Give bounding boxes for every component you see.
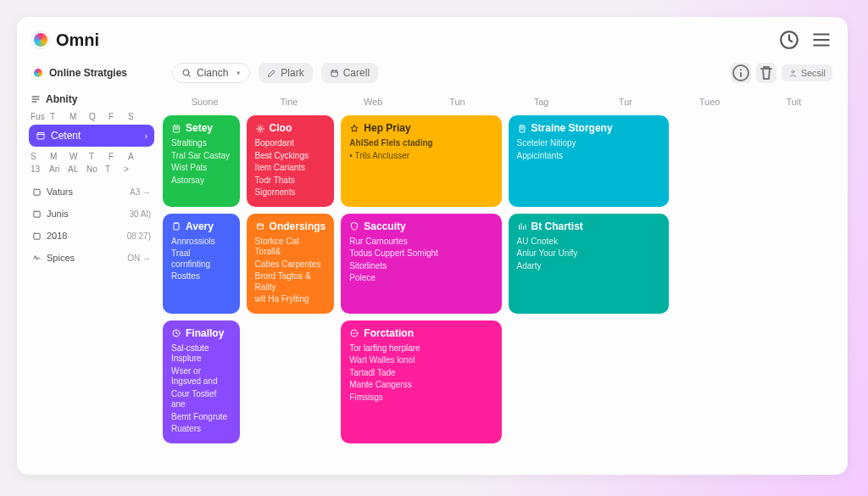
event-title: Ondersings (270, 220, 326, 233)
search-input[interactable]: Cianch ▾ (172, 63, 250, 83)
event-line: Anlur Your Unify (517, 248, 660, 259)
sidebar-item[interactable]: Junis 30 Al) (29, 203, 154, 225)
trash-icon[interactable] (756, 63, 776, 83)
event-sub: Bopordant (255, 138, 326, 149)
topbar-actions (778, 29, 832, 51)
event-line: Appicintants (517, 151, 660, 162)
event-card[interactable]: Forctation Tor larfing herplare Wart Wal… (341, 320, 501, 443)
event-line: Annrossiols (171, 237, 231, 248)
event-card[interactable]: Avery Annrossiols Traal cornfinting Rost… (163, 214, 240, 314)
menu-icon[interactable] (810, 29, 832, 51)
search-icon (181, 68, 192, 78)
event-card[interactable]: Straine Storgeny Sceteler Nitiopy Appici… (509, 115, 669, 207)
event-card[interactable]: Cloo Bopordant Best Cyckings Item Carian… (247, 115, 335, 207)
brand-subtitle-text: Online Stratgies (49, 67, 127, 79)
weekday: F (108, 152, 122, 161)
sidebar-item-label: 2018 (47, 231, 122, 241)
list-icon (31, 94, 41, 104)
sidebar-title: Abnity (31, 93, 154, 105)
event-title: Saccuity (364, 220, 405, 233)
weekday: T (89, 152, 103, 161)
brand-logo-icon (32, 31, 49, 48)
star-icon (349, 124, 359, 134)
spark-icon (32, 254, 42, 263)
sidebar-item-label: Vaturs (47, 187, 125, 197)
event-title: Avery (186, 220, 214, 233)
event-line: Rur Carnourtes (349, 237, 492, 248)
svg-rect-5 (37, 133, 44, 140)
event-sub: AhlSed Flels ctading (349, 138, 492, 149)
event-card[interactable]: Hep Priay AhlSed Flels ctading • Trils A… (341, 115, 501, 207)
sidebar: Abnity Fus T M Q F S Cetent › S M W T F (17, 92, 163, 475)
sidebar-active-item[interactable]: Cetent › (29, 125, 154, 147)
history-icon[interactable] (778, 29, 800, 51)
event-line: Wart Walles lonol (349, 355, 492, 366)
event-line: Astorsay (171, 176, 231, 187)
chart-icon (517, 221, 527, 231)
info-icon[interactable] (731, 63, 751, 83)
sidebar-weekrow-b: S M W T F A (31, 152, 153, 161)
event-line: Wist Pats (171, 163, 231, 174)
toolbar: Online Stratgies Cianch ▾ Plark Carell S… (17, 63, 848, 92)
weekday: M (50, 152, 64, 161)
toolbar-right-pill[interactable]: Secsil (782, 64, 832, 81)
doc-icon (517, 124, 527, 134)
event-title: Finalloy (186, 327, 224, 340)
event-line: Cour Tostief ane (171, 389, 231, 410)
daynum: > (124, 164, 137, 174)
weekday: A (128, 152, 142, 161)
sidebar-item[interactable]: 2018 08 27) (29, 225, 154, 247)
sidebar-item-meta: 08 27) (127, 231, 151, 241)
search-label: Cianch (197, 67, 228, 79)
toolbar-button-2[interactable]: Carell (321, 63, 378, 83)
toolbar-right: Secsil (731, 63, 832, 83)
event-card[interactable]: Finalloy Sal-cstute Insplure Wser or Ing… (163, 320, 240, 443)
day-col: Suone (163, 97, 247, 107)
day-col: Tuit (752, 97, 836, 107)
sidebar-item-meta: ON → (127, 254, 151, 263)
svg-rect-8 (34, 233, 40, 239)
event-line: Item Cariants (255, 163, 326, 174)
event-line: Tartadl Tade (349, 368, 492, 379)
daynum: No (86, 164, 100, 174)
event-line: Sceteler Nitiopy (517, 138, 660, 149)
sidebar-item[interactable]: Spices ON → (29, 247, 154, 269)
sidebar-item-meta: A3 → (130, 187, 151, 197)
weekday: T (50, 112, 64, 121)
chevron-right-icon: › (145, 131, 147, 141)
event-card[interactable]: Ondersings Storkce Cat Torall& Cabes Car… (247, 214, 335, 314)
daynum: 13 (31, 164, 44, 174)
box-icon (255, 221, 265, 231)
daynum: AL (68, 164, 81, 174)
shield-icon (349, 221, 359, 231)
event-title: Setey (186, 122, 213, 135)
event-line: Cabes Carpentes (255, 259, 326, 270)
day-header: Suone Tine Web Tun Tag Tur Tueo Tuit (163, 92, 836, 115)
sidebar-item[interactable]: Vaturs A3 → (29, 181, 154, 203)
event-line: Adarty (517, 261, 660, 272)
event-card[interactable]: Saccuity Rur Carnourtes Todus Cuppert So… (341, 214, 501, 314)
event-card[interactable]: Setey Straltings Tral Sar Castay Wist Pa… (163, 115, 240, 207)
event-line: Bemt Fongrute (171, 412, 231, 423)
event-line: Sitorlinets (349, 261, 492, 272)
day-col: Tun (415, 97, 499, 107)
daynum: T (105, 164, 119, 174)
sidebar-item-label: Spices (47, 253, 122, 263)
calendar-icon (32, 231, 42, 241)
event-line: Polece (349, 273, 492, 284)
day-col: Tur (583, 97, 667, 107)
event-title: Bt Chartist (531, 220, 583, 233)
event-title: Cloo (270, 122, 292, 135)
toolbar-button-1[interactable]: Plark (259, 63, 312, 83)
day-col: Web (331, 97, 415, 107)
event-line: Mante Cangerss (349, 380, 492, 391)
toolbar-button-1-label: Plark (281, 67, 303, 79)
event-card[interactable]: Bt Chartist AU Cnotek Anlur Your Unify A… (509, 214, 669, 314)
calendar-icon (330, 69, 339, 78)
event-line: Wser or Ingsved and (171, 366, 231, 387)
svg-point-10 (259, 127, 261, 130)
weekday: W (70, 152, 83, 161)
event-line: Sigornents (255, 187, 326, 198)
event-line: Todus Cuppert Somight (349, 248, 492, 259)
toolbar-button-2-label: Carell (343, 67, 370, 79)
